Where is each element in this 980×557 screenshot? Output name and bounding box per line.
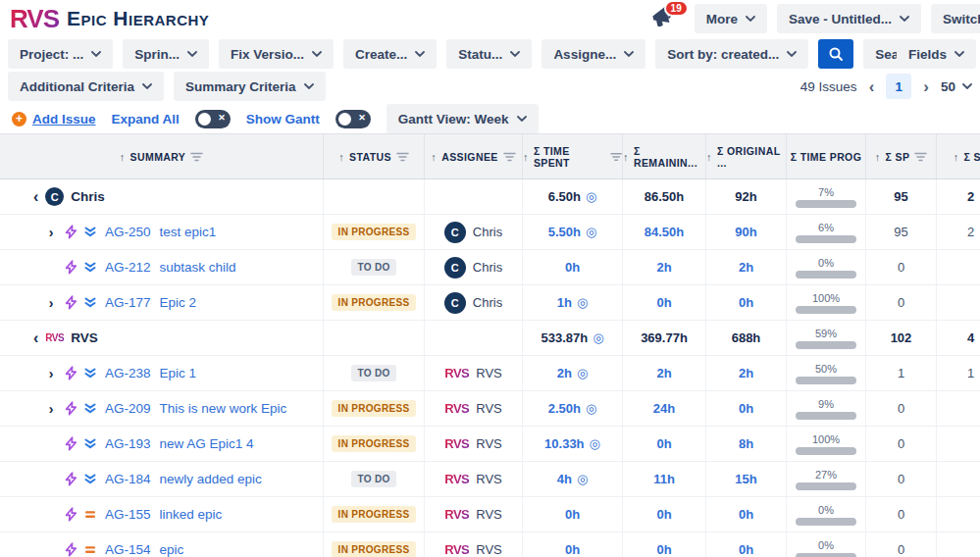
expand-all-button[interactable]: Expand All	[112, 112, 180, 127]
notifications-button[interactable]: 19	[649, 4, 679, 33]
remaining-value[interactable]: 84.50h	[645, 225, 684, 239]
collapse-chevron-icon[interactable]: ‹	[33, 329, 38, 347]
issue-summary[interactable]: test epic1	[160, 225, 217, 239]
issue-key[interactable]: AG-154	[105, 542, 151, 557]
current-page[interactable]: 1	[886, 74, 911, 99]
column-header-original[interactable]: ↑Σ Original ...	[706, 134, 787, 178]
more-button[interactable]: More	[695, 4, 767, 33]
filter-button-status[interactable]: Statu...	[446, 39, 532, 69]
eye-icon[interactable]: ◎	[577, 366, 588, 380]
collapse-chevron-icon[interactable]: ‹	[33, 188, 38, 206]
epic-icon	[64, 472, 78, 486]
issue-key[interactable]: AG-209	[105, 401, 151, 416]
original-value[interactable]: 2h	[739, 366, 753, 380]
original-value[interactable]: 90h	[735, 225, 756, 239]
next-page-button[interactable]: ›	[923, 78, 929, 95]
original-value[interactable]: 0h	[739, 507, 753, 522]
remaining-value[interactable]: 2h	[656, 366, 671, 380]
fields-button[interactable]: Fields	[897, 39, 976, 69]
issue-summary[interactable]: subtask child	[160, 260, 236, 275]
original-value[interactable]: 0h	[739, 295, 753, 310]
expand-chevron-icon[interactable]: ›	[43, 295, 59, 311]
eye-icon[interactable]: ◎	[577, 295, 588, 310]
column-header-status[interactable]: ↑Status	[324, 134, 425, 178]
eye-icon[interactable]: ◎	[586, 189, 596, 204]
issue-summary[interactable]: newly added epic	[160, 472, 262, 486]
column-header-assignee[interactable]: ↑Assignee	[425, 134, 523, 178]
expand-chevron-icon[interactable]: ›	[43, 401, 59, 417]
eye-icon[interactable]: ◎	[590, 436, 600, 451]
column-header-sp[interactable]: ↑Σ SP	[866, 134, 937, 178]
time-spent-value[interactable]: 2h	[557, 366, 572, 380]
filter-button-sort-by[interactable]: Sort by: created...	[655, 39, 808, 69]
show-gantt-toggle[interactable]: ✕	[335, 110, 371, 128]
issue-key[interactable]: AG-177	[105, 295, 151, 310]
remaining-value[interactable]: 0h	[656, 507, 671, 522]
filter-button-assignee[interactable]: Assigne...	[542, 39, 645, 69]
search-button[interactable]	[818, 39, 853, 69]
column-header-time-spent[interactable]: ↑Σ Time Spent	[523, 134, 623, 178]
issue-summary[interactable]: Epic 2	[160, 295, 197, 310]
eye-icon[interactable]: ◎	[586, 225, 596, 239]
issue-summary[interactable]: epic	[160, 542, 184, 557]
time-spent-value[interactable]: 1h	[557, 295, 572, 310]
issue-key[interactable]: AG-250	[105, 225, 151, 239]
original-value[interactable]: 15h	[735, 472, 756, 486]
time-spent-value[interactable]: 10.33h	[544, 436, 584, 451]
time-spent-value[interactable]: 0h	[565, 507, 580, 522]
switch-to-button[interactable]: Switch to	[931, 4, 980, 33]
issue-summary[interactable]: new AG Epic1 4	[160, 436, 254, 451]
remaining-value[interactable]: 24h	[653, 401, 675, 416]
page-size-dropdown[interactable]: 50	[941, 79, 972, 94]
eye-icon[interactable]: ◎	[593, 330, 603, 345]
column-header-remaining[interactable]: ↑Σ Remainin...	[623, 134, 706, 178]
filter-button-project[interactable]: Project: ...	[8, 39, 113, 69]
epic-icon	[64, 225, 78, 239]
original-value[interactable]: 8h	[739, 436, 753, 451]
add-issue-button[interactable]: + Add Issue	[12, 112, 96, 127]
issue-key[interactable]: AG-155	[105, 507, 151, 522]
original-value[interactable]: 0h	[739, 542, 753, 557]
original-value[interactable]: 2h	[739, 260, 753, 275]
summary-criteria-button[interactable]: Summary Criteria	[174, 72, 326, 101]
remaining-value[interactable]: 0h	[656, 542, 671, 557]
time-progress: 0%	[796, 539, 856, 557]
expand-chevron-icon[interactable]: ›	[43, 225, 59, 240]
cell-remaining: 11h	[623, 462, 706, 496]
time-spent-value[interactable]: 5.50h	[548, 225, 581, 239]
cell-time-spent: 533.87h◎	[523, 321, 623, 355]
filter-button-fix-version[interactable]: Fix Versio...	[219, 39, 334, 69]
time-spent-value[interactable]: 2.50h	[548, 401, 581, 416]
original-value[interactable]: 0h	[739, 401, 753, 416]
issue-summary[interactable]: linked epic	[160, 507, 223, 522]
remaining-value[interactable]: 0h	[656, 436, 671, 451]
time-spent-value[interactable]: 4h	[557, 472, 572, 486]
issue-summary[interactable]: Epic 1	[160, 366, 197, 380]
gantt-view-dropdown[interactable]: Gantt View: Week	[387, 104, 539, 133]
eye-icon[interactable]: ◎	[586, 401, 596, 416]
status-badge: TO DO	[351, 365, 397, 381]
remaining-value[interactable]: 11h	[653, 472, 675, 486]
save-button[interactable]: Save - Untitled...	[777, 4, 921, 33]
show-gantt-button[interactable]: Show Gantt	[246, 112, 320, 127]
issue-key[interactable]: AG-184	[105, 472, 151, 486]
eye-icon[interactable]: ◎	[577, 472, 588, 486]
filter-button-sprint[interactable]: Sprin...	[123, 39, 209, 69]
remaining-value[interactable]: 0h	[656, 295, 671, 310]
issue-summary[interactable]: This is new work Epic	[160, 401, 287, 416]
issue-key[interactable]: AG-212	[105, 260, 151, 275]
issue-key[interactable]: AG-193	[105, 436, 151, 451]
column-header-time-prog[interactable]: Σ Time Prog	[787, 134, 866, 178]
expand-chevron-icon[interactable]: ›	[43, 366, 59, 381]
column-header-summary[interactable]: ↑Summary	[0, 134, 324, 178]
filter-button-create[interactable]: Create...	[343, 39, 437, 69]
prev-page-button[interactable]: ‹	[869, 78, 875, 95]
expand-all-toggle[interactable]: ✕	[195, 110, 231, 128]
time-spent-value[interactable]: 0h	[565, 542, 580, 557]
sp2-value: 2	[967, 189, 974, 204]
issue-key[interactable]: AG-238	[105, 366, 151, 380]
additional-criteria-button[interactable]: Additional Criteria	[8, 72, 164, 101]
column-header-sp-2[interactable]: ↑Σ SP	[937, 134, 980, 178]
time-spent-value[interactable]: 0h	[565, 260, 580, 275]
remaining-value[interactable]: 2h	[656, 260, 671, 275]
